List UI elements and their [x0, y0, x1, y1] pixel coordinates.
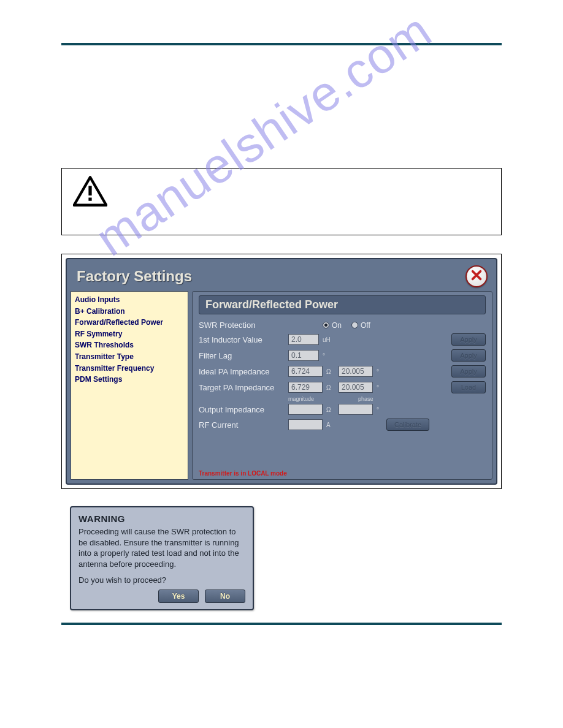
sidebar-item-b-calibration[interactable]: B+ Calibration: [75, 306, 184, 317]
main-panel-title: Forward/Reflected Power: [199, 295, 486, 314]
factory-settings-figure: Factory Settings Audio Inputs B+ Calibra…: [61, 254, 502, 489]
inductor-label: 1st Inductor Value: [199, 335, 285, 344]
sidebar-item-audio-inputs[interactable]: Audio Inputs: [75, 294, 184, 306]
target-phase-unit: °: [377, 384, 385, 391]
sidebar: Audio Inputs B+ Calibration Forward/Refl…: [71, 291, 188, 480]
top-divider: [61, 43, 502, 45]
no-button[interactable]: No: [205, 590, 245, 603]
inductor-unit: uH: [323, 336, 331, 343]
sidebar-item-transmitter-frequency[interactable]: Transmitter Frequency: [75, 363, 184, 374]
radio-selected-icon: [323, 322, 329, 328]
caution-box: [61, 168, 502, 235]
output-phase-unit: °: [377, 406, 385, 413]
sidebar-item-swr-thresholds[interactable]: SWR Thresholds: [75, 339, 184, 351]
rf-current-unit: A: [326, 422, 335, 428]
main-panel: Forward/Reflected Power SWR Protection O…: [192, 291, 492, 480]
ideal-mag-unit: Ω: [326, 368, 335, 375]
warning-dialog: WARNING Proceeding will cause the SWR pr…: [70, 506, 254, 610]
swr-off-label: Off: [361, 321, 370, 330]
output-phase-input[interactable]: [339, 404, 373, 415]
swr-on-radio[interactable]: On: [323, 321, 342, 330]
col-magnitude: magnitude: [288, 396, 314, 402]
warning-question: Do you wish to proceed?: [79, 575, 245, 585]
sidebar-item-transmitter-type[interactable]: Transmitter Type: [75, 351, 184, 363]
col-phase: phase: [358, 396, 373, 402]
panel-title: Factory Settings: [77, 268, 192, 285]
swr-on-label: On: [332, 321, 342, 330]
factory-settings-panel: Factory Settings Audio Inputs B+ Calibra…: [66, 258, 497, 485]
warning-title: WARNING: [79, 514, 245, 524]
sidebar-item-pdm-settings[interactable]: PDM Settings: [75, 374, 184, 385]
ideal-phase-unit: °: [377, 368, 385, 375]
yes-button[interactable]: Yes: [158, 590, 199, 603]
filter-lag-label: Filter Lag: [199, 351, 285, 360]
output-mag-input[interactable]: [288, 404, 323, 415]
target-phase-input[interactable]: [339, 382, 373, 393]
svg-rect-1: [88, 186, 91, 195]
sidebar-item-fwd-refl-power[interactable]: Forward/Reflected Power: [75, 317, 184, 328]
close-icon: [470, 268, 483, 284]
calibrate-button[interactable]: Calibrate: [386, 419, 429, 431]
ideal-phase-input[interactable]: [339, 366, 373, 377]
radio-unselected-icon: [351, 322, 358, 328]
apply-button-1[interactable]: Apply: [451, 333, 486, 346]
warning-triangle-icon: [73, 176, 107, 207]
rf-current-label: RF Current: [199, 420, 285, 430]
swr-protection-label: SWR Protection: [199, 320, 285, 330]
output-mag-unit: Ω: [326, 406, 335, 413]
warning-body: Proceeding will cause the SWR protection…: [79, 526, 245, 569]
swr-off-radio[interactable]: Off: [351, 321, 370, 330]
inductor-input[interactable]: [288, 334, 319, 345]
page: Factory Settings Audio Inputs B+ Calibra…: [0, 0, 563, 650]
target-mag-unit: Ω: [326, 384, 335, 391]
target-pa-label: Target PA Impedance: [199, 383, 285, 392]
rf-current-input[interactable]: [288, 419, 323, 430]
ideal-pa-label: Ideal PA Impedance: [199, 367, 285, 376]
load-button[interactable]: Load: [451, 381, 486, 393]
filter-lag-unit: °: [323, 352, 331, 359]
apply-button-3[interactable]: Apply: [451, 365, 486, 377]
output-impedance-label: Output Impedance: [199, 405, 285, 414]
svg-rect-2: [88, 198, 91, 201]
status-footer: Transmitter is in LOCAL mode: [199, 470, 287, 477]
close-button[interactable]: [465, 265, 488, 287]
target-mag-input[interactable]: [288, 382, 323, 393]
filter-lag-input[interactable]: [288, 350, 319, 361]
sidebar-item-rf-symmetry[interactable]: RF Symmetry: [75, 328, 184, 340]
bottom-divider: [61, 623, 502, 625]
apply-button-2[interactable]: Apply: [451, 349, 486, 362]
ideal-mag-input[interactable]: [288, 366, 323, 377]
